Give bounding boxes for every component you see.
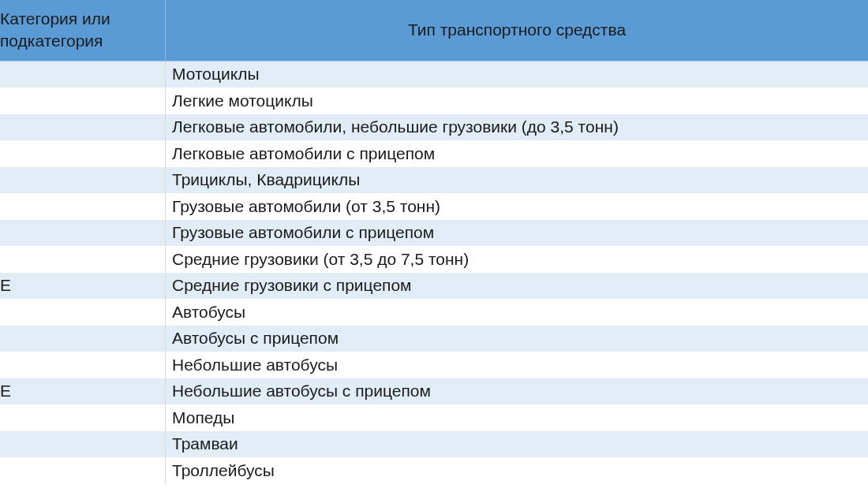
- cell-vehicle-type: Средние грузовики (от 3,5 до 7,5 тонн): [166, 246, 868, 273]
- cell-vehicle-type: Небольшие автобусы с прицепом: [166, 378, 868, 405]
- cell-category: [0, 352, 166, 378]
- table-row: Трициклы, Квадрициклы: [0, 167, 868, 194]
- cell-category: [0, 326, 166, 352]
- cell-vehicle-type: Мопеды: [166, 404, 868, 431]
- cell-category: [0, 246, 166, 273]
- cell-vehicle-type: Мотоциклы: [166, 61, 868, 88]
- table-row: Автобусы с прицепом: [0, 326, 868, 352]
- cell-vehicle-type: Троллейбусы: [166, 457, 868, 484]
- header-category: Категория или подкатегория: [0, 0, 166, 61]
- cell-category: [0, 140, 166, 167]
- cell-vehicle-type: Автобусы с прицепом: [166, 326, 868, 352]
- table-body: МотоциклыЛегкие мотоциклыЛегковые автомо…: [0, 61, 868, 484]
- table-row: Небольшие автобусы: [0, 352, 868, 378]
- table-row: Средние грузовики (от 3,5 до 7,5 тонн): [0, 246, 868, 273]
- header-vehicle-type: Тип транспортного средства: [166, 0, 868, 61]
- cell-category: [0, 193, 166, 220]
- table-row: Мопеды: [0, 404, 868, 431]
- cell-vehicle-type: Небольшие автобусы: [166, 352, 868, 378]
- cell-vehicle-type: Средние грузовики с прицепом: [166, 273, 868, 300]
- table-row: Трамваи: [0, 431, 868, 458]
- vehicle-category-table: Категория или подкатегория Тип транспорт…: [0, 0, 868, 484]
- cell-vehicle-type: Грузовые автомобили (от 3,5 тонн): [166, 193, 868, 220]
- table-row: Троллейбусы: [0, 457, 868, 484]
- table-row: Грузовые автомобили (от 3,5 тонн): [0, 193, 868, 220]
- table-row: Мотоциклы: [0, 61, 868, 88]
- cell-category: [0, 457, 166, 484]
- table-row: Автобусы: [0, 299, 868, 326]
- cell-category: [0, 88, 166, 114]
- cell-vehicle-type: Автобусы: [166, 299, 868, 326]
- table-row: Легкие мотоциклы: [0, 88, 868, 114]
- table-row: Легковые автомобили, небольшие грузовики…: [0, 114, 868, 141]
- cell-category: [0, 220, 166, 247]
- cell-category: E: [0, 273, 166, 300]
- cell-category: [0, 431, 166, 458]
- cell-vehicle-type: Легкие мотоциклы: [166, 88, 868, 114]
- table-row: Грузовые автомобили с прицепом: [0, 220, 868, 247]
- cell-category: [0, 299, 166, 326]
- cell-vehicle-type: Легковые автомобили, небольшие грузовики…: [166, 114, 868, 141]
- cell-category: [0, 61, 166, 88]
- cell-category: [0, 404, 166, 431]
- table-row: EНебольшие автобусы с прицепом: [0, 378, 868, 405]
- cell-vehicle-type: Трициклы, Квадрициклы: [166, 167, 868, 194]
- table-row: EСредние грузовики с прицепом: [0, 273, 868, 300]
- table-header-row: Категория или подкатегория Тип транспорт…: [0, 0, 868, 61]
- cell-vehicle-type: Грузовые автомобили с прицепом: [166, 220, 868, 247]
- cell-vehicle-type: Легковые автомобили с прицепом: [166, 140, 868, 167]
- cell-vehicle-type: Трамваи: [166, 431, 868, 458]
- cell-category: [0, 114, 166, 141]
- table-row: Легковые автомобили с прицепом: [0, 140, 868, 167]
- cell-category: [0, 167, 166, 194]
- cell-category: E: [0, 378, 166, 405]
